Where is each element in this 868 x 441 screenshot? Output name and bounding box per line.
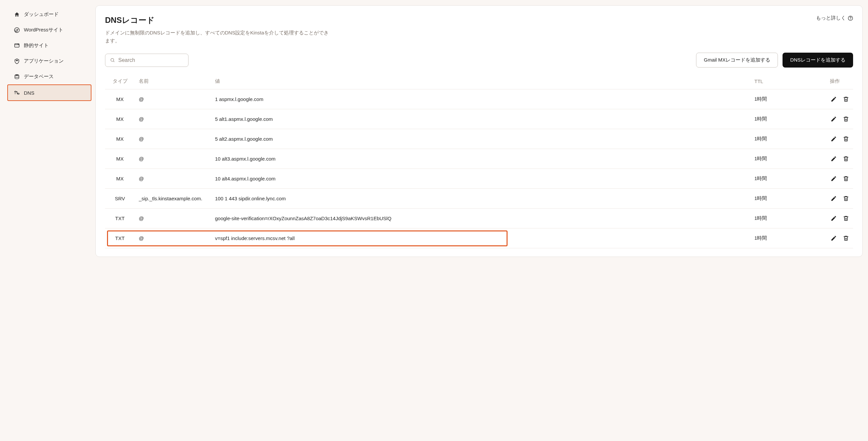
- sidebar-item-label: アプリケーション: [24, 58, 64, 64]
- svg-point-6: [850, 19, 851, 20]
- sidebar-item-static[interactable]: 静的サイト: [0, 38, 95, 53]
- cell-ttl: 1時間: [750, 90, 817, 109]
- delete-button[interactable]: [843, 175, 849, 182]
- cell-type: MX: [105, 149, 135, 169]
- cell-ttl: 1時間: [750, 189, 817, 209]
- cell-value: 10 alt3.aspmx.l.google.com: [211, 149, 750, 169]
- delete-button[interactable]: [843, 136, 849, 142]
- cell-value: 10 alt4.aspmx.l.google.com: [211, 169, 750, 189]
- learn-more-link[interactable]: もっと詳しく: [816, 15, 853, 21]
- cell-value: 5 alt2.aspmx.l.google.com: [211, 129, 750, 149]
- home-icon: [14, 11, 20, 18]
- search-field[interactable]: [105, 54, 188, 67]
- delete-button[interactable]: [843, 156, 849, 162]
- cell-name: @: [135, 109, 211, 129]
- edit-button[interactable]: [831, 136, 837, 142]
- dns-panel: DNSレコード ドメインに無制限のDNSレコードを追加し、すべてのDNS設定をK…: [95, 5, 863, 257]
- cell-name: _sip._tls.kinstaexample.com.: [135, 189, 211, 209]
- column-actions: 操作: [817, 73, 853, 90]
- sidebar-item-dns[interactable]: DNS: [7, 84, 91, 101]
- cell-value: google-site-verification=rXOxyZounnZasA8…: [211, 209, 750, 229]
- svg-line-8: [113, 61, 114, 62]
- page-title: DNSレコード: [105, 15, 330, 26]
- cell-ttl: 1時間: [750, 169, 817, 189]
- add-dns-record-button[interactable]: DNSレコードを追加する: [782, 53, 853, 68]
- sidebar-item-wordpress[interactable]: WordPressサイト: [0, 22, 95, 38]
- delete-button[interactable]: [843, 96, 849, 102]
- sidebar-item-database[interactable]: データベース: [0, 69, 95, 84]
- edit-button[interactable]: [831, 156, 837, 162]
- table-row: TXT@google-site-verification=rXOxyZounnZ…: [105, 209, 853, 229]
- table-row: MX@5 alt2.aspmx.l.google.com1時間: [105, 129, 853, 149]
- table-row: MX@1 aspmx.l.google.com1時間: [105, 90, 853, 109]
- cell-value: 100 1 443 sipdir.online.lync.com: [211, 189, 750, 209]
- cell-type: MX: [105, 109, 135, 129]
- sidebar-item-label: WordPressサイト: [24, 27, 63, 33]
- table-row: MX@5 alt1.aspmx.l.google.com1時間: [105, 109, 853, 129]
- column-type: タイプ: [105, 73, 135, 90]
- cell-type: TXT: [105, 229, 135, 248]
- edit-button[interactable]: [831, 235, 837, 241]
- svg-point-7: [111, 59, 114, 62]
- learn-more-label: もっと詳しく: [816, 15, 846, 21]
- column-value: 値: [211, 73, 750, 90]
- column-name: 名前: [135, 73, 211, 90]
- edit-button[interactable]: [831, 215, 837, 222]
- static-icon: [14, 43, 20, 49]
- main-content: DNSレコード ドメインに無制限のDNSレコードを追加し、すべてのDNS設定をK…: [95, 0, 868, 441]
- database-icon: [14, 74, 20, 80]
- delete-button[interactable]: [843, 116, 849, 122]
- cell-name: @: [135, 229, 211, 248]
- cell-ttl: 1時間: [750, 129, 817, 149]
- edit-button[interactable]: [831, 195, 837, 202]
- cell-name: @: [135, 90, 211, 109]
- cell-type: MX: [105, 129, 135, 149]
- cell-ttl: 1時間: [750, 109, 817, 129]
- cell-value: 5 alt1.aspmx.l.google.com: [211, 109, 750, 129]
- search-icon: [110, 58, 115, 63]
- cell-type: SRV: [105, 189, 135, 209]
- cell-name: @: [135, 169, 211, 189]
- cell-value: 1 aspmx.l.google.com: [211, 90, 750, 109]
- add-gmail-mx-button[interactable]: Gmail MXレコードを追加する: [696, 53, 778, 68]
- cell-type: MX: [105, 90, 135, 109]
- delete-button[interactable]: [843, 215, 849, 222]
- cell-name: @: [135, 149, 211, 169]
- cell-name: @: [135, 129, 211, 149]
- page-subtitle: ドメインに無制限のDNSレコードを追加し、すべてのDNS設定をKinstaを介し…: [105, 29, 330, 45]
- wordpress-icon: [14, 27, 20, 33]
- cell-value: v=spf1 include:servers.mcsv.net ?all: [211, 229, 750, 248]
- cell-name: @: [135, 209, 211, 229]
- sidebar-item-label: ダッシュボード: [24, 11, 59, 18]
- dns-records-table: タイプ 名前 値 TTL 操作 MX@1 aspmx.l.google.com1…: [105, 73, 853, 248]
- sidebar-item-label: データベース: [24, 73, 54, 80]
- table-row: TXT@v=spf1 include:servers.mcsv.net ?all…: [105, 229, 853, 248]
- sidebar: ダッシュボードWordPressサイト静的サイトアプリケーションデータベースDN…: [0, 0, 95, 441]
- sidebar-item-home[interactable]: ダッシュボード: [0, 7, 95, 22]
- svg-rect-4: [18, 93, 19, 94]
- cell-ttl: 1時間: [750, 209, 817, 229]
- table-row: MX@10 alt4.aspmx.l.google.com1時間: [105, 169, 853, 189]
- table-row: SRV_sip._tls.kinstaexample.com.100 1 443…: [105, 189, 853, 209]
- delete-button[interactable]: [843, 235, 849, 241]
- sidebar-item-label: DNS: [24, 90, 34, 96]
- column-ttl: TTL: [750, 73, 817, 90]
- cell-type: TXT: [105, 209, 135, 229]
- edit-button[interactable]: [831, 175, 837, 182]
- help-icon: [848, 15, 853, 21]
- edit-button[interactable]: [831, 116, 837, 122]
- table-row: MX@10 alt3.aspmx.l.google.com1時間: [105, 149, 853, 169]
- edit-button[interactable]: [831, 96, 837, 102]
- search-input[interactable]: [118, 57, 184, 63]
- cell-type: MX: [105, 169, 135, 189]
- app-icon: [14, 58, 20, 64]
- dns-icon: [14, 90, 20, 96]
- cell-ttl: 1時間: [750, 229, 817, 248]
- cell-ttl: 1時間: [750, 149, 817, 169]
- sidebar-item-label: 静的サイト: [24, 42, 49, 49]
- delete-button[interactable]: [843, 195, 849, 202]
- svg-rect-3: [14, 91, 16, 92]
- svg-point-2: [15, 74, 19, 76]
- sidebar-item-app[interactable]: アプリケーション: [0, 53, 95, 69]
